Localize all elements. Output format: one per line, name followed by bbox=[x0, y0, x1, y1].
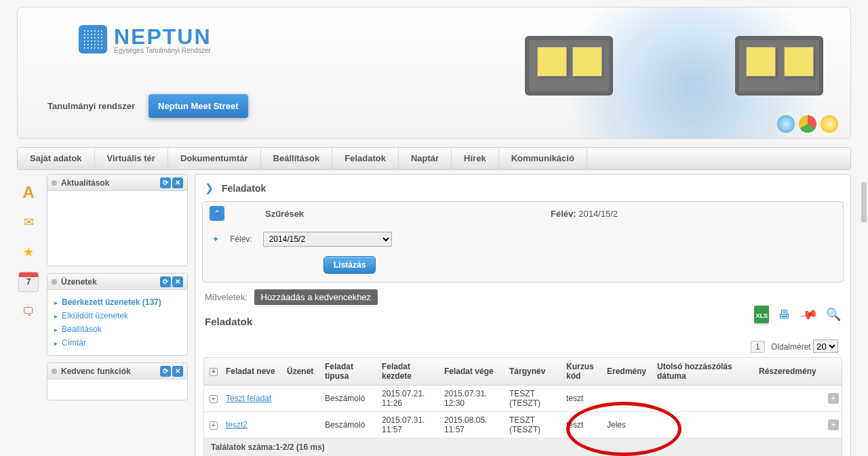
menu-virtualis-ter[interactable]: Virtuális tér bbox=[95, 148, 168, 169]
panel-body-aktualitasok bbox=[47, 191, 187, 266]
panel-close-icon[interactable]: ✕ bbox=[172, 178, 183, 188]
expand-all-icon[interactable]: + bbox=[210, 368, 218, 376]
pin-icon[interactable]: 📌 bbox=[797, 302, 821, 327]
col-msg[interactable]: Üzenet bbox=[281, 358, 319, 386]
col-course[interactable]: Kurzus kód bbox=[561, 358, 601, 386]
cell-lastcomment bbox=[652, 412, 753, 438]
tab-meet-street[interactable]: Neptun Meet Street bbox=[149, 94, 248, 118]
operations-label: Műveletek: bbox=[205, 292, 248, 302]
semester-head-label: Félév: bbox=[551, 209, 576, 219]
neptun-logo-icon bbox=[79, 25, 107, 54]
panel-title: Kedvenc funkciók bbox=[61, 367, 131, 376]
panel-close-icon[interactable]: ✕ bbox=[172, 366, 183, 377]
panel-kedvenc-funkciok: Kedvenc funkciók ⟳ ✕ bbox=[47, 362, 188, 400]
page-size-select[interactable]: 20 bbox=[813, 339, 838, 353]
filter-body: ✦ Félév: 2014/15/2 bbox=[203, 225, 843, 256]
panel-aktualitasok: Aktualitások ⟳ ✕ bbox=[47, 174, 188, 266]
app-header: NEPTUN Egységes Tanulmányi Rendszer Tanu… bbox=[17, 7, 851, 139]
menu-sajat-adatok[interactable]: Saját adatok bbox=[18, 148, 95, 169]
panel-head-uzenetek: Üzenetek ⟳ ✕ bbox=[47, 274, 187, 290]
cell-partial bbox=[753, 412, 823, 438]
cell-subject: TESZT (TESZT) bbox=[504, 412, 561, 438]
operations-bar: Műveletek: Hozzáadás a kedvencekhez bbox=[195, 287, 850, 312]
menu-feladatok[interactable]: Feladatok bbox=[332, 148, 399, 169]
table-row: + Teszt feladat Beszámoló 2015.07.21. 11… bbox=[204, 386, 842, 412]
header-utility-icons bbox=[777, 115, 838, 133]
panel-title: Üzenetek bbox=[61, 277, 97, 287]
task-link[interactable]: Teszt feladat bbox=[226, 394, 271, 403]
panel-body-uzenetek: ▸Beérkezett üzenetek (137) ▸Elküldött üz… bbox=[47, 290, 187, 355]
filter-collapse-icon[interactable]: ⌃ bbox=[210, 206, 224, 221]
menu-kommunikacio[interactable]: Kommunikáció bbox=[499, 148, 587, 169]
semester-select[interactable]: 2014/15/2 bbox=[263, 232, 392, 247]
task-link[interactable]: teszt2 bbox=[226, 420, 248, 430]
panel-refresh-icon[interactable]: ⟳ bbox=[160, 178, 171, 188]
content-panel: ❯ Feladatok ⌃ Szűrések Félév: 2014/15/2 … bbox=[195, 174, 851, 456]
row-expand-icon[interactable]: + bbox=[210, 421, 218, 430]
cell-course: teszt bbox=[561, 386, 601, 412]
rail-letter-icon[interactable]: A bbox=[18, 182, 39, 203]
cell-start: 2015.07.21. 11:26 bbox=[376, 386, 439, 412]
rail-star-icon[interactable]: ★ bbox=[18, 242, 39, 262]
pager: 1 Oldalméret 20 bbox=[195, 337, 850, 356]
cell-type: Beszámoló bbox=[319, 412, 376, 438]
col-partial[interactable]: Részeredmény bbox=[753, 358, 823, 386]
cell-type: Beszámoló bbox=[319, 386, 376, 412]
rail-chat-icon[interactable]: 🗨 bbox=[18, 302, 39, 322]
link-directory[interactable]: Címtár bbox=[62, 338, 86, 348]
page-title: Feladatok bbox=[222, 183, 266, 194]
menu-naptar[interactable]: Naptár bbox=[399, 148, 452, 169]
link-settings[interactable]: Beállítások bbox=[62, 325, 102, 334]
tab-study-system[interactable]: Tanulmányi rendszer bbox=[38, 94, 144, 118]
rail-mail-icon[interactable]: ✉ bbox=[18, 212, 39, 232]
panel-title: Aktualitások bbox=[61, 178, 109, 188]
grid-tools: XLS 🖶 📌 🔍 bbox=[754, 306, 842, 323]
neptun-logo-subtitle: Egységes Tanulmányi Rendszer bbox=[114, 47, 212, 54]
cell-course: teszt bbox=[561, 412, 601, 438]
col-name[interactable]: Feladat neve bbox=[220, 358, 281, 386]
cell-result bbox=[601, 386, 652, 412]
cell-lastcomment bbox=[652, 386, 753, 412]
list-button[interactable]: Listázás bbox=[323, 256, 376, 274]
semester-head-value: 2014/15/2 bbox=[578, 209, 618, 219]
accessibility-icon[interactable] bbox=[821, 115, 838, 133]
filters-label: Szűrések bbox=[265, 209, 304, 219]
neptun-logo: NEPTUN Egységes Tanulmányi Rendszer bbox=[79, 24, 212, 54]
cell-msg bbox=[281, 412, 319, 438]
tasks-grid: + Feladat neve Üzenet Feladat típusa Fel… bbox=[203, 357, 842, 456]
search-icon[interactable]: 🔍 bbox=[825, 306, 842, 323]
page-number[interactable]: 1 bbox=[751, 341, 765, 353]
col-subject[interactable]: Tárgynév bbox=[504, 358, 561, 386]
row-actions-icon[interactable]: + bbox=[828, 393, 839, 404]
menu-dokumentumtar[interactable]: Dokumentumtár bbox=[168, 148, 261, 169]
breadcrumb: ❯ Feladatok bbox=[195, 175, 850, 201]
menu-hirek[interactable]: Hírek bbox=[452, 148, 499, 169]
content-area: ❯ Feladatok ⌃ Szűrések Félév: 2014/15/2 … bbox=[195, 174, 851, 456]
grid-footer: Találatok száma:1-2/2 (16 ms) bbox=[204, 438, 842, 456]
col-result[interactable]: Eredmény bbox=[601, 358, 652, 386]
menu-beallitasok[interactable]: Beállítások bbox=[261, 148, 333, 169]
rail-calendar-icon[interactable]: 7 bbox=[18, 272, 39, 292]
scrollbar[interactable] bbox=[861, 182, 867, 223]
panel-refresh-icon[interactable]: ⟳ bbox=[160, 366, 171, 377]
table-row: + teszt2 Beszámoló 2015.07.31. 11:57 201… bbox=[204, 412, 842, 438]
add-to-favorites-button[interactable]: Hozzáadás a kedvencekhez bbox=[254, 289, 378, 305]
row-actions-icon[interactable]: + bbox=[828, 419, 839, 430]
row-expand-icon[interactable]: + bbox=[210, 395, 218, 403]
export-xls-icon[interactable]: XLS bbox=[754, 306, 769, 323]
print-icon[interactable]: 🖶 bbox=[776, 306, 793, 323]
filter-box: ⌃ Szűrések Félév: 2014/15/2 ✦ Félév: 201… bbox=[202, 201, 844, 283]
panel-head-aktualitasok: Aktualitások ⟳ ✕ bbox=[47, 175, 187, 191]
theme-icon[interactable] bbox=[799, 115, 816, 133]
main-menu: Saját adatok Virtuális tér Dokumentumtár… bbox=[17, 147, 851, 170]
link-inbox[interactable]: Beérkezett üzenetek (137) bbox=[62, 297, 161, 307]
panel-close-icon[interactable]: ✕ bbox=[172, 276, 183, 287]
col-lastcomment[interactable]: Utolsó hozzászólás dátuma bbox=[652, 358, 753, 386]
col-end[interactable]: Feladat vége bbox=[439, 358, 504, 386]
panel-refresh-icon[interactable]: ⟳ bbox=[160, 276, 171, 287]
globe-icon[interactable] bbox=[777, 115, 795, 133]
col-type[interactable]: Feladat típusa bbox=[319, 358, 376, 386]
link-sent[interactable]: Elküldött üzenetek bbox=[62, 311, 128, 320]
col-start[interactable]: Feladat kezdete bbox=[376, 358, 439, 386]
cell-result: Jeles bbox=[601, 412, 652, 438]
